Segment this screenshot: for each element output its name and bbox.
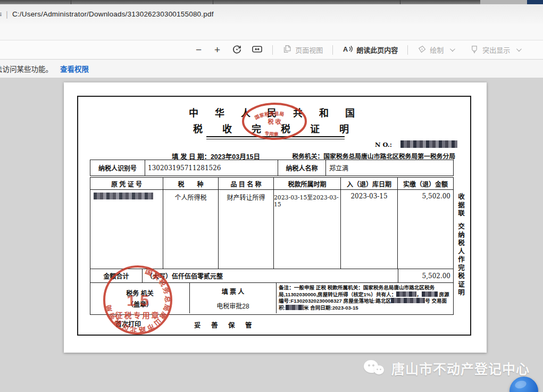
oval-tax-seal: 国家税务总局 税 收 专用章 — [241, 102, 308, 141]
chevron-down-icon[interactable] — [450, 46, 455, 52]
rotate-icon — [232, 44, 242, 56]
tab-separator — [71, 0, 71, 4]
redacted-voucher-number — [94, 193, 153, 199]
col-header: 原 凭 证 号 — [90, 178, 163, 189]
page-view-button[interactable]: 页面视图 — [278, 42, 327, 57]
redacted-certificate-number — [400, 140, 457, 148]
view-permissions-link[interactable]: 查看权限 — [60, 63, 89, 74]
window-top-edge-light — [480, 0, 527, 4]
pdf-page: 中 华 人 民 共 和 国 税 收 完 税 证 明 国家税务总局 税 收 专用章… — [64, 82, 487, 353]
watermark-text: 唐山市不动产登记中心 — [391, 358, 530, 378]
total-amount: 5,502.00 — [398, 269, 453, 282]
svg-text:专用章: 专用章 — [264, 130, 278, 137]
chevron-down-icon[interactable] — [516, 46, 522, 52]
certificate-number-label: N O.: — [375, 141, 392, 148]
window-top-edge — [0, 0, 480, 4]
col-header: 实缴（退）金额 — [398, 178, 453, 189]
svg-text:税 收: 税 收 — [268, 118, 281, 125]
receipt-copy-label: 收据联 — [456, 193, 466, 218]
minus-icon: − — [196, 45, 202, 55]
read-aloud-label: 朗读此页内容 — [356, 45, 398, 55]
zoom-out-button[interactable]: − — [191, 43, 206, 57]
divider: | — [6, 10, 8, 19]
wechat-icon — [364, 359, 386, 377]
voucher-number-cell — [90, 190, 163, 269]
pdf-viewport[interactable]: 中 华 人 民 共 和 国 税 收 完 税 证 明 国家税务总局 税 收 专用章… — [0, 78, 543, 392]
plus-icon: + — [214, 45, 220, 55]
taxpayer-id-label: 纳税人识别号 — [90, 160, 145, 176]
col-header: 税 种 — [163, 178, 219, 189]
redacted-address — [391, 298, 425, 303]
filler-label: 填 票 人 — [222, 287, 245, 296]
item-name-cell: 财产转让所得 — [219, 190, 274, 269]
highlight-label: 突出显示 — [482, 45, 510, 55]
address-path[interactable]: C:/Users/Administrator/Downloads/3130262… — [12, 10, 214, 18]
draw-button[interactable]: 绘制 — [413, 43, 458, 57]
highlighter-icon — [470, 45, 479, 55]
round-tax-seal: 国家税务总局唐山市路北区税务局 1 5 征税专用章 — [101, 263, 174, 337]
menu-icon[interactable]: ≡ — [0, 10, 5, 19]
page-view-icon — [282, 44, 292, 55]
zoom-in-button[interactable]: + — [210, 43, 224, 57]
divider — [272, 45, 273, 55]
divider — [407, 45, 408, 55]
page-view-label: 页面视图 — [295, 45, 323, 55]
keep-safe-label: 妥 善 保 管 — [194, 320, 256, 330]
draw-label: 绘制 — [430, 45, 444, 55]
rotate-button[interactable] — [228, 42, 246, 58]
amount-cell: 5,502.00 — [398, 190, 453, 269]
tab-separator — [213, 0, 213, 4]
total-in-words: （大写）伍仟伍佰零贰元整 — [143, 269, 398, 282]
svg-text:A: A — [343, 46, 348, 53]
taxpayer-row: 纳税人识别号 130203195711281526 纳税人名称 郑立满 — [90, 160, 454, 176]
fit-width-button[interactable] — [247, 42, 267, 58]
tax-period-cell: 2023-03-15至2023-03-15 — [274, 190, 341, 269]
pdf-toolbar: − + 页面视图 A 朗读此页内容 绘制 突出 — [0, 40, 543, 60]
redacted-area — [286, 305, 304, 310]
svg-text:1 5: 1 5 — [127, 291, 149, 309]
taxpayer-id-value: 130203195711281526 — [145, 160, 278, 176]
col-header: 税款所属时期 — [274, 178, 341, 189]
floating-button[interactable] — [509, 377, 538, 392]
taxpayer-name-label: 纳税人名称 — [278, 160, 326, 176]
tax-type-cell: 个人所得税 — [163, 190, 219, 269]
table-header-row: 原 凭 证 号 税 种 品 目 名 称 税款所属时期 入（退）库日期 实缴（退）… — [90, 178, 453, 190]
tax-authority: 税务机关：国家税务总局唐山市路北区税务局第一税务分局 — [271, 151, 455, 160]
filler-value: 电税审批28 — [216, 301, 249, 310]
divider — [332, 45, 333, 55]
col-header: 入（退）库日期 — [341, 178, 398, 189]
col-header: 品 目 名 称 — [219, 178, 274, 189]
redacted-co-owner — [422, 291, 438, 297]
remark-cell: 备注：一般申报 正税 税款所属机关：国家税务总局唐山市路北区税务局,113020… — [277, 283, 453, 313]
svg-text:征税专用章: 征税专用章 — [115, 311, 161, 320]
notice-text: 法访问某些功能。 — [0, 63, 53, 74]
permission-notice-bar: 法访问某些功能。 查看权限 — [0, 60, 543, 78]
filler-cell: 填 票 人 电税审批28 — [190, 283, 277, 313]
address-bar[interactable]: ≡ | C:/Users/Administrator/Downloads/313… — [0, 4, 543, 24]
toolbar-gap — [0, 24, 543, 40]
taxpayer-proof-label: 交纳税人作完税证明 — [456, 223, 466, 297]
highlight-button[interactable]: 突出显示 — [465, 43, 524, 57]
watermark: 唐山市不动产登记中心 — [364, 358, 530, 378]
remark-text: 备注：一般申报 正税 税款所属机关：国家税务总局唐山市路北区税务局,113020… — [279, 285, 451, 311]
tab-separator — [400, 0, 400, 4]
read-aloud-icon: A — [342, 44, 353, 55]
storage-date-cell: 2023-03-15 — [341, 190, 398, 269]
taxpayer-name-value: 郑立满 — [326, 160, 453, 176]
read-aloud-button[interactable]: A 朗读此页内容 — [338, 42, 402, 57]
pen-icon — [417, 45, 427, 55]
redacted-co-owner — [396, 291, 416, 297]
table-data-row: 个人所得税 财产转让所得 2023-03-15至2023-03-15 2023-… — [90, 190, 453, 269]
fit-to-width-icon — [252, 44, 263, 56]
